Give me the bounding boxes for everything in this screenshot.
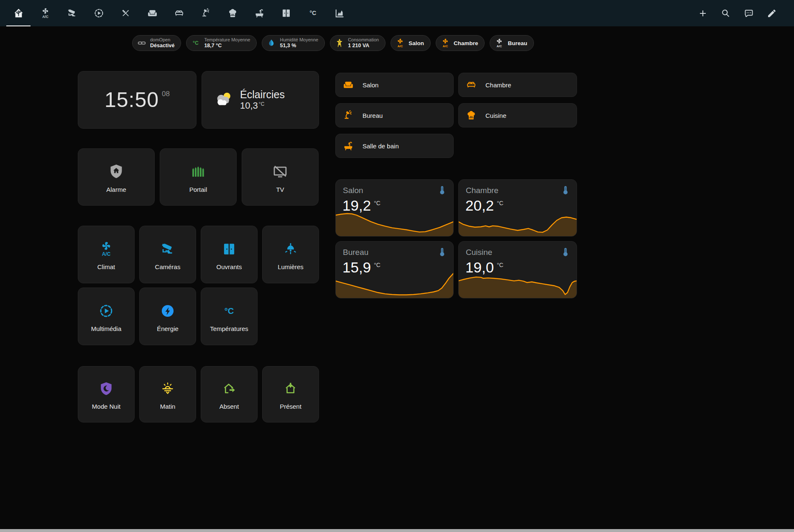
play-speed-icon <box>94 8 104 18</box>
temperature-celsius-icon <box>308 8 318 18</box>
tile-label: Portail <box>189 186 207 193</box>
tile-label: Énergie <box>157 325 179 332</box>
temp-graph-salon[interactable]: Salon 19,2°C <box>335 179 454 237</box>
temperature-graphs: Salon 19,2°C Chambre 20,2°C Bure <box>335 179 577 298</box>
room-button-cuisine[interactable]: Cuisine <box>458 103 577 127</box>
pencil-icon <box>767 8 777 18</box>
chip-value: 1 210 VA <box>348 43 379 48</box>
graph-room-name: Bureau <box>343 248 368 257</box>
graph-room-name: Cuisine <box>466 248 492 257</box>
tile-lumieres[interactable]: Lumières <box>262 226 319 283</box>
tile-multimedia[interactable]: Multimédia <box>78 288 135 345</box>
tab-climate[interactable] <box>32 0 59 26</box>
view-tabs <box>5 0 353 26</box>
link-icon <box>137 38 146 48</box>
room-label: Bureau <box>363 112 383 119</box>
tab-bedroom[interactable] <box>166 0 192 26</box>
chip-value: 18,7 °C <box>204 43 250 48</box>
tile-alarme[interactable]: Alarme <box>78 148 155 206</box>
assist-button[interactable] <box>737 0 760 26</box>
fan-ac-icon <box>495 38 504 48</box>
thermometer-icon <box>560 247 571 258</box>
app-bar <box>0 0 794 26</box>
tab-temperatures[interactable] <box>299 0 326 26</box>
chip-value: Désactivé <box>150 43 174 48</box>
graph-unit: °C <box>497 262 503 268</box>
chip-ac-bureau[interactable]: Bureau <box>490 35 534 51</box>
temp-graph-cuisine[interactable]: Cuisine 19,0°C <box>458 241 577 298</box>
chip-ac-salon[interactable]: Salon <box>391 35 431 51</box>
tile-absent[interactable]: Absent <box>201 366 258 423</box>
tab-bathroom[interactable] <box>246 0 273 26</box>
temperature-sparkline <box>458 211 577 237</box>
cctv-icon <box>67 8 77 18</box>
bed-icon <box>174 8 184 18</box>
tile-temperatures[interactable]: Températures <box>201 288 258 345</box>
room-button-chambre[interactable]: Chambre <box>458 73 577 97</box>
thermometer-icon <box>560 185 571 196</box>
chips-row: domOpen Désactivé Température Moyenne 18… <box>132 35 578 51</box>
rooms-grid: Salon Chambre Bureau Cuisine Salle de ba… <box>335 73 577 158</box>
tile-label: Absent <box>220 403 239 410</box>
chip-average-humidity[interactable]: Humidité Moyenne 51,3 % <box>262 35 325 51</box>
chip-label: Salon <box>408 40 424 46</box>
partly-cloudy-icon <box>214 90 234 110</box>
chip-label: Bureau <box>508 40 527 46</box>
room-button-salon[interactable]: Salon <box>335 73 454 97</box>
add-button[interactable] <box>691 0 714 26</box>
room-button-bureau[interactable]: Bureau <box>335 103 454 127</box>
search-button[interactable] <box>714 0 737 26</box>
chat-icon <box>744 8 754 18</box>
tile-matin[interactable]: Matin <box>139 366 196 423</box>
tile-label: Alarme <box>106 186 126 193</box>
ceiling-light-icon <box>283 242 298 257</box>
weather-card[interactable]: Éclaircies 10,3°C <box>202 71 319 129</box>
temperature-celsius-icon <box>222 303 237 318</box>
temperature-sparkline <box>335 211 454 237</box>
tab-kitchen[interactable] <box>219 0 246 26</box>
tab-living-room[interactable] <box>139 0 166 26</box>
chip-domopen[interactable]: domOpen Désactivé <box>132 35 181 51</box>
tab-home[interactable] <box>5 0 32 26</box>
chip-value: 51,3 % <box>280 43 318 48</box>
chip-ac-chambre[interactable]: Chambre <box>436 35 485 51</box>
tab-openings[interactable] <box>273 0 299 26</box>
chip-average-temperature[interactable]: Température Moyenne 18,7 °C <box>186 35 257 51</box>
tab-cameras[interactable] <box>59 0 85 26</box>
tile-portail[interactable]: Portail <box>160 148 237 206</box>
temp-graph-bureau[interactable]: Bureau 15,9°C <box>335 241 454 298</box>
tile-tv[interactable]: TV <box>242 148 319 206</box>
tile-label: Mode Nuit <box>92 403 120 410</box>
tile-ouvrants[interactable]: Ouvrants <box>201 226 258 283</box>
right-column: Salon Chambre Bureau Cuisine Salle de ba… <box>335 71 577 423</box>
tab-office[interactable] <box>192 0 219 26</box>
dashboard-view: domOpen Désactivé Température Moyenne 18… <box>78 35 578 423</box>
tile-mode-nuit[interactable]: Mode Nuit <box>78 366 135 423</box>
chef-hat-icon <box>466 110 477 121</box>
celsius-icon <box>191 38 200 48</box>
play-speed-icon <box>99 303 114 318</box>
room-button-salle-de-bain[interactable]: Salle de bain <box>335 134 454 158</box>
tile-energie[interactable]: Énergie <box>139 288 196 345</box>
left-column: 15:50 08 Éclaircies 10,3°C Alarme <box>78 71 319 423</box>
tile-cameras[interactable]: Caméras <box>139 226 196 283</box>
chip-title: Température Moyenne <box>204 37 250 43</box>
sunrise-icon <box>160 381 175 396</box>
horizontal-scrollbar[interactable] <box>0 529 794 532</box>
tab-multimedia[interactable] <box>85 0 112 26</box>
edit-dashboard-button[interactable] <box>760 0 783 26</box>
tab-tools[interactable] <box>112 0 139 26</box>
tile-present[interactable]: Présent <box>262 366 319 423</box>
tile-climat[interactable]: Climat <box>78 226 135 283</box>
temp-graph-chambre[interactable]: Chambre 20,2°C <box>458 179 577 237</box>
tile-label: Ouvrants <box>217 263 242 270</box>
sofa-icon <box>147 8 158 18</box>
graph-unit: °C <box>374 200 380 206</box>
weather-condition: Éclaircies <box>240 89 285 101</box>
chip-consumption[interactable]: Consommation 1 210 VA <box>330 35 386 51</box>
tile-label: Lumières <box>278 263 304 270</box>
thermometer-icon <box>437 247 448 258</box>
tab-charts[interactable] <box>326 0 353 26</box>
tv-off-icon <box>272 163 288 179</box>
desk-lamp-icon <box>201 8 211 18</box>
